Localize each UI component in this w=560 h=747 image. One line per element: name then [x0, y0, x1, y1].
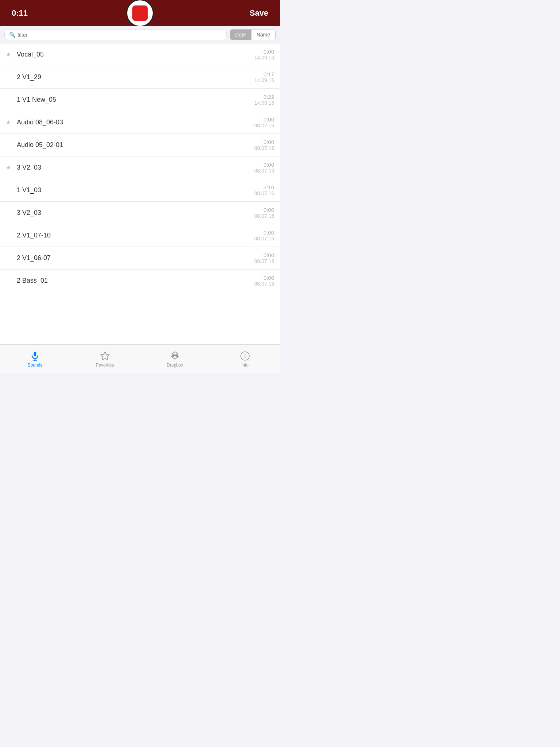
recording-date: 08.07.16: [254, 123, 275, 128]
tab-sounds[interactable]: Sounds: [0, 351, 70, 368]
list-item[interactable]: ★1 V1_033:1008.07.16: [0, 179, 280, 202]
filter-input[interactable]: [18, 32, 222, 38]
recording-name: Audio 08_06-03: [15, 119, 254, 126]
recording-duration: 0:00: [254, 275, 275, 281]
tab-info-label: Info: [241, 363, 249, 368]
sort-name-button[interactable]: Name: [252, 30, 275, 40]
recording-name: Audio 05_02-01: [15, 141, 254, 149]
record-stop-button[interactable]: [127, 0, 153, 26]
recording-meta: 0:0008.07.16: [254, 229, 275, 241]
recording-date: 08.07.16: [254, 281, 275, 287]
recording-meta: 0:0008.07.16: [254, 252, 275, 264]
recording-date: 08.07.16: [254, 258, 275, 264]
recording-meta: 3:1008.07.16: [254, 184, 275, 196]
svg-marker-3: [101, 352, 109, 360]
recording-date: 14.09.16: [254, 55, 275, 61]
recording-duration: 0:17: [254, 71, 275, 77]
list-item[interactable]: ★1 V1 New_050:2214.09.16: [0, 89, 280, 111]
star-icon[interactable]: ★: [6, 209, 14, 216]
list-item[interactable]: ★2 V1_07-100:0008.07.16: [0, 224, 280, 247]
recording-name: 2 V1_29: [15, 73, 254, 81]
filter-input-wrap[interactable]: 🔍: [4, 30, 227, 40]
list-item[interactable]: ★Audio 08_06-030:0008.07.16: [0, 111, 280, 134]
timer-display: 0:11: [12, 8, 28, 18]
tab-sounds-label: Sounds: [28, 363, 43, 368]
star-icon[interactable]: ★: [6, 51, 14, 58]
recording-date: 14.09.16: [254, 77, 275, 83]
dropbox-icon: [170, 351, 180, 361]
list-item[interactable]: ★3 V2_030:0008.07.16: [0, 156, 280, 179]
recording-meta: 0:2214.09.16: [254, 94, 275, 106]
recording-duration: 0:00: [254, 116, 275, 123]
record-stop-icon: [132, 5, 148, 21]
favorites-icon: [100, 351, 110, 361]
list-item[interactable]: ★2 V1_06-070:0008.07.16: [0, 247, 280, 270]
recording-name: 1 V1_03: [15, 186, 254, 194]
star-icon[interactable]: ★: [6, 187, 14, 194]
list-item[interactable]: ★2 Bass_010:0008.07.16: [0, 270, 280, 292]
recording-date: 08.07.16: [254, 213, 275, 219]
recording-meta: 0:0014.09.16: [254, 49, 275, 61]
sort-buttons: Date Name: [230, 29, 276, 40]
star-icon[interactable]: ★: [6, 277, 14, 284]
recording-duration: 0:00: [254, 229, 275, 236]
recording-name: 2 V1_06-07: [15, 254, 254, 262]
list-item[interactable]: ★3 V2_030:0008.07.16: [0, 202, 280, 224]
recording-duration: 0:00: [254, 252, 275, 258]
star-icon[interactable]: ★: [6, 119, 14, 126]
tab-favorites-label: Favorites: [96, 363, 114, 368]
recording-name: 3 V2_03: [15, 209, 254, 217]
recording-name: 1 V1 New_05: [15, 96, 254, 104]
info-icon: [240, 351, 250, 361]
recording-duration: 0:00: [254, 162, 275, 168]
recording-name: 2 Bass_01: [15, 277, 254, 285]
sort-date-button[interactable]: Date: [230, 30, 252, 40]
list-item[interactable]: ★2 V1_290:1714.09.16: [0, 66, 280, 89]
recording-date: 14.09.16: [254, 100, 275, 106]
recording-duration: 3:10: [254, 184, 275, 190]
star-icon[interactable]: ★: [6, 232, 14, 239]
svg-rect-0: [34, 352, 36, 356]
header: 0:11 Save: [0, 0, 280, 26]
recording-duration: 0:00: [254, 139, 275, 145]
save-button[interactable]: Save: [250, 8, 268, 18]
microphone-icon: [30, 351, 40, 361]
recording-duration: 0:00: [254, 207, 275, 213]
tab-dropbox-label: Dropbox: [167, 363, 183, 368]
recording-date: 08.07.16: [254, 190, 275, 196]
tab-favorites[interactable]: Favorites: [70, 351, 140, 368]
star-icon[interactable]: ★: [6, 255, 14, 262]
star-icon[interactable]: ★: [6, 142, 14, 148]
recording-date: 08.07.16: [254, 145, 275, 151]
recording-meta: 0:1714.09.16: [254, 71, 275, 83]
recording-name: 3 V2_03: [15, 164, 254, 171]
list-item[interactable]: ★Vocal_050:0014.09.16: [0, 43, 280, 66]
recording-meta: 0:0008.07.16: [254, 207, 275, 219]
recording-date: 08.07.16: [254, 168, 275, 174]
tab-info[interactable]: Info: [210, 351, 280, 368]
tab-dropbox[interactable]: Dropbox: [140, 351, 210, 368]
list-item[interactable]: ★Audio 05_02-010:0008.07.16: [0, 134, 280, 156]
recording-name: Vocal_05: [15, 51, 254, 58]
search-icon: 🔍: [9, 32, 15, 38]
tab-bar: Sounds Favorites Dropbox Info: [0, 344, 280, 374]
recording-meta: 0:0008.07.16: [254, 139, 275, 151]
recording-duration: 0:00: [254, 49, 275, 55]
content-area: 🔍 Date Name ★Vocal_050:0014.09.16★2 V1_2…: [0, 26, 280, 344]
recording-meta: 0:0008.07.16: [254, 116, 275, 128]
recording-name: 2 V1_07-10: [15, 232, 254, 239]
star-icon[interactable]: ★: [6, 96, 14, 103]
recording-date: 08.07.16: [254, 236, 275, 241]
recording-meta: 0:0008.07.16: [254, 275, 275, 287]
recording-duration: 0:22: [254, 94, 275, 100]
star-icon[interactable]: ★: [6, 164, 14, 171]
recordings-list: ★Vocal_050:0014.09.16★2 V1_290:1714.09.1…: [0, 43, 280, 292]
recording-meta: 0:0008.07.16: [254, 162, 275, 174]
filter-bar: 🔍 Date Name: [0, 26, 280, 43]
star-icon[interactable]: ★: [6, 74, 14, 81]
